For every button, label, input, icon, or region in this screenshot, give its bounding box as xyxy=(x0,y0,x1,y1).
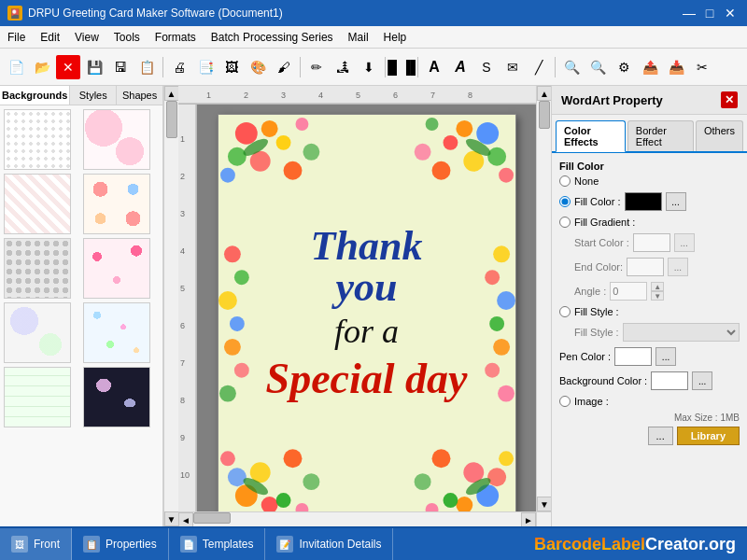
radio-fill-gradient[interactable] xyxy=(559,217,571,228)
tb-img1[interactable]: 🖼 xyxy=(219,55,244,79)
lib-browse-btn[interactable]: ... xyxy=(648,427,673,445)
bg-item-7[interactable] xyxy=(4,302,71,363)
svg-point-20 xyxy=(234,122,257,145)
tb-print2[interactable]: 📑 xyxy=(193,55,218,79)
bg-color-browse[interactable]: ... xyxy=(692,371,712,390)
tb-arrow[interactable]: ⬇ xyxy=(357,55,381,79)
library-button[interactable]: Library xyxy=(677,427,740,445)
radio-fill-style[interactable] xyxy=(559,306,571,317)
tab-shapes[interactable]: Shapes xyxy=(117,86,162,105)
bg-item-9[interactable] xyxy=(4,367,71,427)
bg-item-3[interactable] xyxy=(4,174,71,234)
radio-image[interactable] xyxy=(559,396,571,407)
wordart-tabs: Color Effects Border Effect Others xyxy=(552,115,747,153)
tb-zoom-in[interactable]: 🔍 xyxy=(559,55,584,79)
svg-point-48 xyxy=(456,497,472,511)
card-you: you xyxy=(266,267,468,308)
menu-edit[interactable]: Edit xyxy=(33,26,67,48)
svg-point-27 xyxy=(303,144,319,161)
bg-item-10[interactable] xyxy=(83,367,150,427)
start-color-browse[interactable]: ... xyxy=(674,233,695,252)
wordart-close[interactable]: ✕ xyxy=(721,91,738,108)
menu-tools[interactable]: Tools xyxy=(106,26,148,48)
bg-item-1[interactable] xyxy=(4,109,71,170)
canvas-scroll-right[interactable]: ► xyxy=(521,512,536,526)
svg-point-21 xyxy=(261,120,277,137)
svg-point-30 xyxy=(456,120,472,137)
canvas-scroll-up[interactable]: ▲ xyxy=(537,86,551,101)
end-color-label: End Color: xyxy=(574,261,623,273)
tb-close[interactable]: ✕ xyxy=(56,55,80,79)
tab-color-effects[interactable]: Color Effects xyxy=(556,120,626,152)
card-text: Thank you for a Special day xyxy=(266,226,468,403)
tab-styles[interactable]: Styles xyxy=(70,86,117,105)
tb-settings[interactable]: ⚙ xyxy=(612,55,636,79)
tb-barcode[interactable]: ▐▌▐▌ xyxy=(389,55,414,79)
tb-text[interactable]: A xyxy=(422,55,446,79)
tb-zoom-out[interactable]: 🔍 xyxy=(585,55,610,79)
fill-style-select[interactable] xyxy=(623,323,740,342)
scroll-thumb[interactable] xyxy=(166,101,177,138)
tb-mail[interactable]: ✉ xyxy=(500,55,525,79)
bg-color-swatch[interactable] xyxy=(651,371,688,390)
tb-img3[interactable]: 🖌 xyxy=(272,55,296,79)
close-button[interactable]: ✕ xyxy=(721,4,740,22)
tb-print[interactable]: 🖨 xyxy=(167,55,191,79)
menu-formats[interactable]: Formats xyxy=(148,26,204,48)
fill-color-browse[interactable]: ... xyxy=(666,192,686,211)
tab-border-effect[interactable]: Border Effect xyxy=(627,120,694,151)
canvas-hthumb[interactable] xyxy=(193,512,231,524)
tb-shape[interactable]: S xyxy=(474,55,499,79)
tb-img2[interactable]: 🎨 xyxy=(246,55,270,79)
spin-down[interactable]: ▼ xyxy=(651,291,664,301)
tb-pencil[interactable]: ✏ xyxy=(304,55,329,79)
tb-text2[interactable]: A xyxy=(448,55,472,79)
scroll-up[interactable]: ▲ xyxy=(164,86,179,101)
end-color-browse[interactable]: ... xyxy=(668,258,688,276)
canvas-vthumb[interactable] xyxy=(539,101,550,129)
pen-color-swatch[interactable] xyxy=(614,347,652,366)
greeting-card[interactable]: Thank you for a Special day xyxy=(218,114,516,511)
minimize-button[interactable]: — xyxy=(680,4,698,22)
bg-item-5[interactable] xyxy=(4,238,71,299)
canvas-scroll-left[interactable]: ◄ xyxy=(178,512,193,526)
bg-item-4[interactable] xyxy=(83,174,150,234)
svg-text:4: 4 xyxy=(318,91,323,100)
radio-none[interactable] xyxy=(559,175,571,187)
tb-open[interactable]: 📂 xyxy=(30,55,54,79)
menu-view[interactable]: View xyxy=(67,26,106,48)
tab-backgrounds[interactable]: Backgrounds xyxy=(0,86,70,105)
scroll-down[interactable]: ▼ xyxy=(164,511,179,526)
tab-templates[interactable]: 📄 Templates xyxy=(169,528,266,560)
tb-scissors[interactable]: ✂ xyxy=(690,55,714,79)
maximize-button[interactable]: □ xyxy=(700,4,719,22)
tb-save2[interactable]: 🖫 xyxy=(108,55,133,79)
radio-fill-color[interactable] xyxy=(559,196,571,207)
tab-invitation[interactable]: 📝 Invitation Details xyxy=(265,528,393,560)
tab-front[interactable]: 🖼 Front xyxy=(0,528,72,560)
tb-landscape[interactable]: 🏞 xyxy=(331,55,355,79)
tb-import[interactable]: 📥 xyxy=(664,55,688,79)
tab-properties[interactable]: 📋 Properties xyxy=(72,528,169,560)
angle-input[interactable] xyxy=(610,282,647,301)
menu-help[interactable]: Help xyxy=(376,26,415,48)
tab-others[interactable]: Others xyxy=(696,120,743,151)
menu-file[interactable]: File xyxy=(0,26,33,48)
max-size-label: Max Size : 1MB xyxy=(559,413,740,423)
canvas-scroll-down[interactable]: ▼ xyxy=(537,497,551,511)
menu-mail[interactable]: Mail xyxy=(341,26,376,48)
pen-color-browse[interactable]: ... xyxy=(655,347,676,366)
bg-item-6[interactable] xyxy=(83,238,150,299)
tb-line[interactable]: ╱ xyxy=(527,55,551,79)
menu-batch[interactable]: Batch Processing Series xyxy=(204,26,341,48)
fill-color-swatch[interactable] xyxy=(625,192,662,211)
bg-item-2[interactable] xyxy=(83,109,150,170)
tb-save[interactable]: 💾 xyxy=(82,55,106,79)
tb-export[interactable]: 📤 xyxy=(638,55,662,79)
svg-text:6: 6 xyxy=(393,91,398,100)
tb-new[interactable]: 📄 xyxy=(4,55,28,79)
tb-copy[interactable]: 📋 xyxy=(134,55,159,79)
bg-item-8[interactable] xyxy=(83,302,150,363)
spin-up[interactable]: ▲ xyxy=(651,282,664,291)
front-label: Front xyxy=(34,538,60,551)
